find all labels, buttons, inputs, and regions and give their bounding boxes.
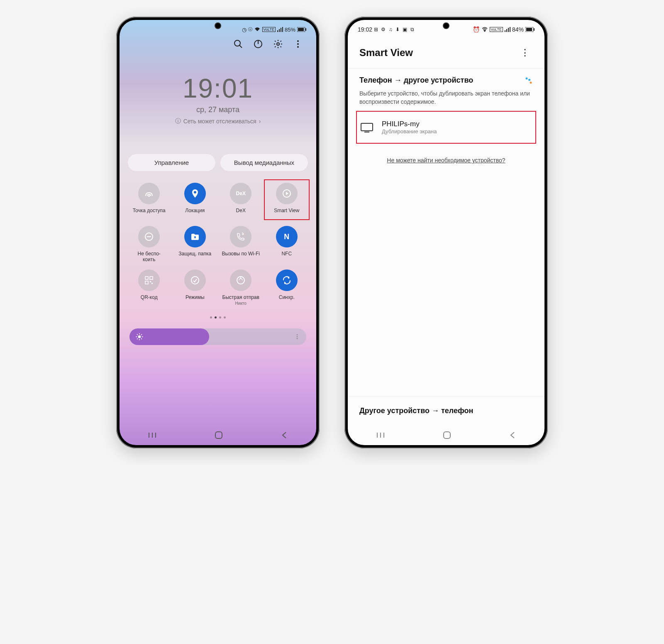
chevron-right-icon: ›	[259, 118, 261, 125]
power-icon[interactable]	[253, 39, 263, 49]
tile-dex[interactable]: DeX DeX	[220, 183, 262, 219]
svg-rect-24	[150, 277, 153, 279]
svg-point-57	[528, 78, 530, 81]
tile-secure-folder[interactable]: Защищ. папка	[174, 226, 217, 263]
sun-icon	[135, 333, 144, 341]
svg-rect-50	[506, 29, 507, 32]
svg-rect-23	[145, 277, 148, 279]
info-icon: ⓘ	[175, 118, 181, 125]
svg-rect-51	[508, 28, 509, 32]
more-vertical-icon[interactable]	[294, 333, 300, 340]
tile-quick-share[interactable]: Быстрая отправНикто	[220, 269, 262, 306]
section-phone-to-device: Телефон → другое устройство Выберите уст…	[348, 68, 544, 181]
quick-share-icon	[230, 269, 251, 291]
svg-line-37	[137, 334, 138, 335]
device-name: PHILIPs-my	[382, 120, 437, 128]
tile-location[interactable]: Локация	[174, 183, 217, 219]
nav-recents[interactable]	[138, 429, 166, 442]
tile-label: Быстрая отправНикто	[222, 294, 259, 306]
tile-label: Режимы	[186, 294, 205, 306]
nav-recents[interactable]	[366, 429, 395, 442]
svg-line-8	[239, 45, 242, 48]
network-monitored-notice[interactable]: ⓘ Сеть может отслеживаться ›	[175, 118, 261, 125]
section-device-to-phone[interactable]: Другое устройство → телефон	[348, 396, 544, 425]
brightness-slider[interactable]	[129, 328, 306, 345]
nav-home[interactable]	[432, 427, 461, 443]
svg-point-41	[297, 334, 298, 335]
nav-back[interactable]	[499, 428, 526, 443]
hotspot-icon	[138, 183, 160, 204]
modes-icon	[184, 269, 206, 291]
svg-point-43	[297, 338, 298, 339]
tile-label: Точка доступа	[133, 208, 166, 219]
svg-rect-1	[279, 29, 280, 32]
sync-icon	[276, 269, 298, 291]
tile-label: Вызовы по Wi-Fi	[222, 251, 260, 262]
svg-point-16	[194, 191, 196, 193]
more-icon[interactable]	[293, 39, 303, 49]
section-title: Другое устройство → телефон	[359, 406, 473, 415]
svg-rect-5	[298, 28, 304, 31]
page-indicator	[120, 313, 316, 322]
battery-icon	[525, 27, 535, 32]
tv-icon	[360, 122, 374, 132]
svg-point-56	[526, 77, 528, 79]
tile-label: NFC	[281, 251, 292, 262]
battery-icon	[297, 27, 306, 32]
status-app-icons: ⊞ ⚙ ♫ ⬇ ▣ ⧉	[374, 27, 415, 32]
search-icon[interactable]	[233, 39, 243, 49]
svg-marker-18	[286, 192, 288, 195]
battery-percent: 84%	[512, 26, 524, 33]
svg-rect-49	[505, 30, 505, 32]
nav-bar	[120, 425, 316, 445]
nfc-icon: N	[276, 226, 298, 247]
help-link[interactable]: Не можете найти необходимое устройство?	[359, 147, 533, 174]
volte-icon: VoLTE	[262, 27, 276, 32]
page-title: Smart View	[359, 47, 413, 59]
tile-qr[interactable]: QR-код	[128, 269, 171, 306]
tile-nfc[interactable]: N NFC	[266, 226, 308, 263]
svg-rect-26	[150, 281, 151, 282]
quick-toolbar	[120, 36, 316, 52]
tab-media-output[interactable]: Вывод медиаданных	[220, 154, 308, 171]
cast-status-icon: ⦾	[248, 26, 252, 33]
nav-bar	[348, 425, 544, 445]
alarm-icon: ⏰	[473, 26, 480, 33]
tab-control[interactable]: Управление	[128, 154, 215, 171]
svg-line-39	[137, 338, 138, 339]
dex-icon: DeX	[230, 183, 251, 204]
qr-icon	[138, 269, 160, 291]
tile-smart-view[interactable]: Smart View	[266, 183, 308, 219]
more-icon[interactable]: ⋮	[517, 46, 533, 60]
nav-home[interactable]	[204, 427, 233, 443]
tile-dnd[interactable]: Не беспо- коить	[128, 226, 171, 263]
signal-icon	[277, 27, 283, 32]
device-item-philips[interactable]: PHILIPs-my Дублирование экрана	[356, 111, 536, 144]
svg-point-12	[297, 40, 299, 42]
clock-date: ср, 27 марта	[120, 105, 316, 114]
svg-rect-22	[195, 237, 195, 238]
tile-modes[interactable]: Режимы	[174, 269, 217, 306]
tile-hotspot[interactable]: Точка доступа	[128, 183, 171, 219]
svg-rect-27	[151, 283, 153, 284]
svg-point-28	[191, 277, 199, 284]
tile-label: Синхр.	[279, 294, 295, 306]
location-icon	[184, 183, 206, 204]
svg-point-32	[138, 335, 141, 338]
svg-rect-6	[305, 28, 306, 31]
nav-back[interactable]	[271, 428, 298, 443]
cast-animated-icon	[525, 76, 533, 85]
gear-icon[interactable]	[273, 39, 283, 49]
quick-tiles-grid: Точка доступа Локация DeX DeX Smart View…	[120, 176, 316, 313]
svg-line-38	[141, 338, 142, 339]
svg-rect-55	[534, 28, 535, 31]
tile-wifi-calling[interactable]: Вызовы по Wi-Fi	[220, 226, 262, 263]
device-subtitle: Дублирование экрана	[382, 128, 437, 135]
svg-rect-59	[361, 123, 373, 131]
smart-view-icon	[276, 183, 298, 204]
svg-rect-64	[444, 432, 450, 438]
svg-point-17	[283, 190, 290, 197]
svg-point-11	[277, 43, 279, 45]
tile-sync[interactable]: Синхр.	[266, 269, 308, 306]
svg-rect-2	[281, 28, 281, 32]
